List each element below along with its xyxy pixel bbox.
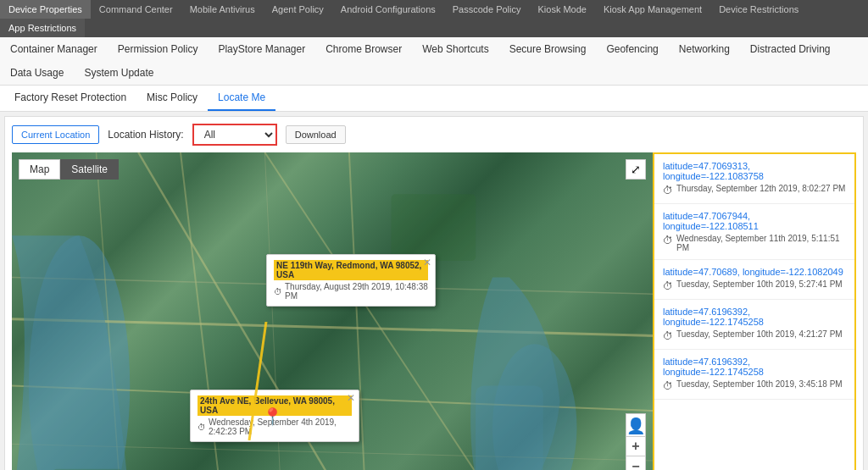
top-navigation: Device Properties Command Center Mobile … [0, 0, 868, 37]
location-history-label: Location History: [108, 129, 183, 141]
location-item[interactable]: latitude=47.7069313, longitude=-122.1083… [654, 154, 854, 204]
location-item[interactable]: latitude=47.70689, longitude=-122.108204… [654, 260, 854, 300]
map-and-list: Map Satellite ⤢ ✕ NE 119th Way, Redmond,… [12, 152, 856, 470]
nav-kiosk-mode[interactable]: Kiosk Mode [529, 0, 594, 19]
nav-device-properties[interactable]: Device Properties [0, 0, 91, 19]
zoom-in-button[interactable]: + [626, 436, 646, 456]
nav-command-center[interactable]: Command Center [91, 0, 181, 19]
svg-rect-13 [392, 194, 476, 261]
popup-1-close[interactable]: ✕ [423, 257, 431, 268]
nav-locate-me[interactable]: Locate Me [208, 86, 275, 111]
location-item[interactable]: latitude=47.6196392, longitude=-122.1745… [654, 300, 854, 350]
nav-geofencing[interactable]: Geofencing [596, 37, 668, 61]
location-coords: latitude=47.7069313, longitude=-122.1083… [663, 161, 846, 181]
current-location-button[interactable]: Current Location [12, 125, 99, 144]
route-line [224, 322, 309, 440]
download-button[interactable]: Download [286, 125, 346, 144]
location-coords: latitude=47.6196392, longitude=-122.1745… [663, 307, 846, 327]
nav-passcode-policy[interactable]: Passcode Policy [444, 0, 530, 19]
popup-1-address: NE 119th Way, Redmond, WA 98052, USA [274, 260, 428, 280]
location-coords: latitude=47.7067944, longitude=-122.1085… [663, 211, 846, 231]
svg-line-15 [249, 322, 266, 440]
nav-kiosk-app-management[interactable]: Kiosk App Management [595, 0, 710, 19]
nav-container-manager[interactable]: Container Manager [0, 37, 108, 61]
location-time-row: ⏱ Wednesday, September 11th 2019, 5:11:5… [663, 234, 846, 252]
popup-1-time: ⏱ Thursday, August 29th 2019, 10:48:38 P… [274, 282, 428, 301]
second-navigation: Container Manager Permission Policy Play… [0, 37, 868, 86]
nav-web-shortcuts[interactable]: Web Shortcuts [412, 37, 498, 61]
location-item[interactable]: latitude=47.6196392, longitude=-122.1745… [654, 350, 854, 400]
clock-icon: ⏱ [663, 235, 673, 246]
location-coords: latitude=47.6196392, longitude=-122.1745… [663, 357, 846, 377]
location-list[interactable]: latitude=47.7069313, longitude=-122.1083… [653, 152, 856, 470]
nav-mobile-antivirus[interactable]: Mobile Antivirus [181, 0, 264, 19]
nav-chrome-browser[interactable]: Chrome Browser [315, 37, 412, 61]
nav-system-update[interactable]: System Update [74, 61, 164, 85]
nav-factory-reset-protection[interactable]: Factory Reset Protection [4, 86, 136, 111]
nav-app-restrictions[interactable]: App Restrictions [0, 19, 85, 37]
location-time: Tuesday, September 10th 2019, 3:45:18 PM [676, 379, 843, 389]
content-area: Current Location Location History: All T… [4, 116, 864, 470]
map-container[interactable]: Map Satellite ⤢ ✕ NE 119th Way, Redmond,… [12, 152, 653, 470]
clock-icon: ⏱ [663, 380, 673, 392]
nav-permission-policy[interactable]: Permission Policy [108, 37, 209, 61]
location-time: Tuesday, September 10th 2019, 5:27:41 PM [676, 279, 843, 289]
nav-misc-policy[interactable]: Misc Policy [136, 86, 208, 111]
clock-icon-2: ⏱ [198, 423, 206, 432]
history-select[interactable]: All Today Last 7 Days Last 30 Days [192, 124, 277, 146]
location-time: Thursday, September 12th 2019, 8:02:27 P… [676, 184, 845, 193]
location-time-row: ⏱ Tuesday, September 10th 2019, 5:27:41 … [663, 279, 846, 292]
clock-icon: ⏱ [663, 185, 673, 196]
nav-networking[interactable]: Networking [669, 37, 740, 61]
location-time-row: ⏱ Thursday, September 12th 2019, 8:02:27… [663, 184, 846, 196]
toolbar: Current Location Location History: All T… [12, 124, 856, 146]
nav-secure-browsing[interactable]: Secure Browsing [499, 37, 597, 61]
nav-playstore-manager[interactable]: PlayStore Manager [208, 37, 315, 61]
map-tab-group: Map Satellite [19, 159, 119, 180]
map-pegman[interactable]: 👤 [626, 413, 646, 439]
map-popup-1: ✕ NE 119th Way, Redmond, WA 98052, USA ⏱… [266, 254, 436, 307]
nav-data-usage[interactable]: Data Usage [0, 61, 74, 85]
zoom-controls: + − [626, 436, 646, 470]
zoom-out-button[interactable]: − [626, 456, 646, 470]
third-navigation: Factory Reset Protection Misc Policy Loc… [0, 86, 868, 112]
location-time-row: ⏱ Tuesday, September 10th 2019, 3:45:18 … [663, 379, 846, 392]
nav-device-restrictions[interactable]: Device Restrictions [710, 0, 807, 19]
location-coords: latitude=47.70689, longitude=-122.108204… [663, 267, 846, 277]
nav-android-configurations[interactable]: Android Configurations [332, 0, 444, 19]
location-time: Tuesday, September 10th 2019, 4:21:27 PM [676, 329, 843, 339]
location-time-row: ⏱ Tuesday, September 10th 2019, 4:21:27 … [663, 329, 846, 342]
clock-icon: ⏱ [663, 330, 673, 342]
popup-2-close[interactable]: ✕ [347, 392, 355, 404]
map-tab-map[interactable]: Map [19, 159, 60, 180]
nav-agent-policy[interactable]: Agent Policy [264, 0, 332, 19]
clock-icon-1: ⏱ [274, 287, 282, 296]
nav-distracted-driving[interactable]: Distracted Driving [740, 37, 841, 61]
location-item[interactable]: latitude=47.7067944, longitude=-122.1085… [654, 204, 854, 260]
map-fullscreen-button[interactable]: ⤢ [626, 159, 646, 180]
map-tab-satellite[interactable]: Satellite [60, 159, 119, 180]
clock-icon: ⏱ [663, 280, 673, 292]
location-time: Wednesday, September 11th 2019, 5:11:51 … [676, 234, 846, 252]
